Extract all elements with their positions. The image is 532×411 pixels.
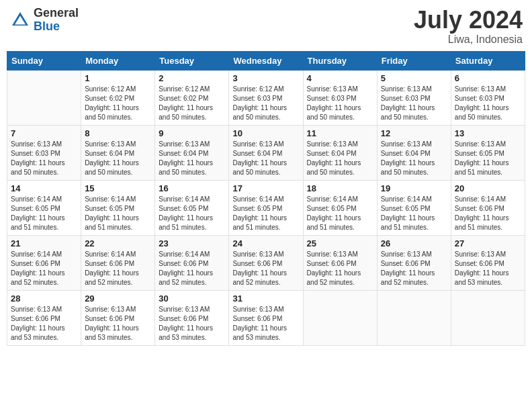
- calendar-week-row: 1Sunrise: 6:12 AMSunset: 6:02 PMDaylight…: [7, 70, 525, 125]
- calendar-cell: 2Sunrise: 6:12 AMSunset: 6:02 PMDaylight…: [155, 70, 229, 125]
- calendar-header-row: SundayMondayTuesdayWednesdayThursdayFrid…: [7, 51, 525, 70]
- calendar-cell: 10Sunrise: 6:13 AMSunset: 6:04 PMDayligh…: [229, 125, 303, 180]
- logo-general: General: [34, 7, 79, 20]
- logo: General Blue: [9, 7, 79, 34]
- calendar-cell: 16Sunrise: 6:14 AMSunset: 6:05 PMDayligh…: [155, 180, 229, 235]
- day-info: Sunrise: 6:14 AMSunset: 6:05 PMDaylight:…: [381, 195, 447, 232]
- calendar-table: SundayMondayTuesdayWednesdayThursdayFrid…: [7, 51, 525, 346]
- calendar-cell: 23Sunrise: 6:14 AMSunset: 6:06 PMDayligh…: [155, 235, 229, 290]
- day-number: 7: [11, 128, 77, 138]
- calendar-header-monday: Monday: [81, 51, 155, 70]
- day-number: 15: [85, 183, 151, 193]
- page-header: General Blue July 2024 Liwa, Indonesia: [7, 7, 525, 46]
- calendar-cell: [451, 290, 525, 345]
- calendar-cell: 4Sunrise: 6:13 AMSunset: 6:03 PMDaylight…: [303, 70, 377, 125]
- day-info: Sunrise: 6:12 AMSunset: 6:02 PMDaylight:…: [85, 85, 151, 122]
- day-number: 20: [455, 183, 521, 193]
- day-number: 3: [232, 73, 299, 83]
- day-number: 21: [11, 238, 77, 248]
- calendar-cell: 15Sunrise: 6:14 AMSunset: 6:05 PMDayligh…: [81, 180, 155, 235]
- day-number: 13: [455, 128, 521, 138]
- day-info: Sunrise: 6:14 AMSunset: 6:06 PMDaylight:…: [85, 250, 151, 287]
- day-info: Sunrise: 6:13 AMSunset: 6:06 PMDaylight:…: [232, 250, 299, 287]
- day-info: Sunrise: 6:14 AMSunset: 6:06 PMDaylight:…: [455, 195, 521, 232]
- calendar-header-saturday: Saturday: [451, 51, 525, 70]
- location-subtitle: Liwa, Indonesia: [414, 34, 523, 46]
- day-info: Sunrise: 6:12 AMSunset: 6:03 PMDaylight:…: [232, 85, 299, 122]
- calendar-cell: 13Sunrise: 6:13 AMSunset: 6:05 PMDayligh…: [451, 125, 525, 180]
- calendar-week-row: 14Sunrise: 6:14 AMSunset: 6:05 PMDayligh…: [7, 180, 525, 235]
- calendar-header-tuesday: Tuesday: [155, 51, 229, 70]
- day-info: Sunrise: 6:14 AMSunset: 6:05 PMDaylight:…: [307, 195, 373, 232]
- day-info: Sunrise: 6:13 AMSunset: 6:03 PMDaylight:…: [11, 140, 77, 177]
- day-number: 6: [455, 73, 521, 83]
- day-info: Sunrise: 6:14 AMSunset: 6:05 PMDaylight:…: [232, 195, 299, 232]
- day-info: Sunrise: 6:13 AMSunset: 6:04 PMDaylight:…: [232, 140, 299, 177]
- day-number: 5: [381, 73, 447, 83]
- day-info: Sunrise: 6:13 AMSunset: 6:04 PMDaylight:…: [85, 140, 151, 177]
- day-number: 23: [159, 238, 225, 248]
- day-info: Sunrise: 6:13 AMSunset: 6:03 PMDaylight:…: [381, 85, 447, 122]
- calendar-cell: 28Sunrise: 6:13 AMSunset: 6:06 PMDayligh…: [7, 290, 81, 345]
- calendar-cell: 21Sunrise: 6:14 AMSunset: 6:06 PMDayligh…: [7, 235, 81, 290]
- day-info: Sunrise: 6:14 AMSunset: 6:06 PMDaylight:…: [159, 250, 225, 287]
- day-number: 8: [85, 128, 151, 138]
- calendar-cell: 14Sunrise: 6:14 AMSunset: 6:05 PMDayligh…: [7, 180, 81, 235]
- calendar-cell: [7, 70, 81, 125]
- calendar-cell: 5Sunrise: 6:13 AMSunset: 6:03 PMDaylight…: [377, 70, 451, 125]
- calendar-header-sunday: Sunday: [7, 51, 81, 70]
- day-number: 30: [159, 293, 225, 304]
- calendar-cell: 17Sunrise: 6:14 AMSunset: 6:05 PMDayligh…: [229, 180, 303, 235]
- day-info: Sunrise: 6:14 AMSunset: 6:06 PMDaylight:…: [11, 250, 77, 287]
- day-number: 18: [307, 183, 373, 193]
- calendar-cell: 18Sunrise: 6:14 AMSunset: 6:05 PMDayligh…: [303, 180, 377, 235]
- month-year-title: July 2024: [414, 7, 523, 34]
- day-number: 25: [307, 238, 373, 248]
- day-info: Sunrise: 6:13 AMSunset: 6:03 PMDaylight:…: [307, 85, 373, 122]
- title-block: July 2024 Liwa, Indonesia: [414, 7, 523, 46]
- day-number: 29: [85, 293, 151, 304]
- calendar-week-row: 7Sunrise: 6:13 AMSunset: 6:03 PMDaylight…: [7, 125, 525, 180]
- calendar-cell: 24Sunrise: 6:13 AMSunset: 6:06 PMDayligh…: [229, 235, 303, 290]
- calendar-cell: 6Sunrise: 6:13 AMSunset: 6:03 PMDaylight…: [451, 70, 525, 125]
- calendar-cell: [303, 290, 377, 345]
- day-info: Sunrise: 6:14 AMSunset: 6:05 PMDaylight:…: [11, 195, 77, 232]
- day-info: Sunrise: 6:13 AMSunset: 6:03 PMDaylight:…: [455, 85, 521, 122]
- day-info: Sunrise: 6:13 AMSunset: 6:06 PMDaylight:…: [159, 305, 225, 342]
- day-number: 11: [307, 128, 373, 138]
- day-number: 12: [381, 128, 447, 138]
- calendar-cell: 25Sunrise: 6:13 AMSunset: 6:06 PMDayligh…: [303, 235, 377, 290]
- day-info: Sunrise: 6:13 AMSunset: 6:06 PMDaylight:…: [11, 305, 77, 342]
- day-info: Sunrise: 6:13 AMSunset: 6:06 PMDaylight:…: [307, 250, 373, 287]
- day-number: 16: [159, 183, 225, 193]
- day-number: 31: [232, 293, 299, 304]
- calendar-cell: 31Sunrise: 6:13 AMSunset: 6:06 PMDayligh…: [229, 290, 303, 345]
- calendar-cell: 26Sunrise: 6:13 AMSunset: 6:06 PMDayligh…: [377, 235, 451, 290]
- day-number: 27: [455, 238, 521, 248]
- calendar-cell: [377, 290, 451, 345]
- calendar-header-thursday: Thursday: [303, 51, 377, 70]
- calendar-cell: 8Sunrise: 6:13 AMSunset: 6:04 PMDaylight…: [81, 125, 155, 180]
- day-number: 14: [11, 183, 77, 193]
- day-number: 17: [232, 183, 299, 193]
- day-info: Sunrise: 6:14 AMSunset: 6:05 PMDaylight:…: [159, 195, 225, 232]
- day-number: 24: [232, 238, 299, 248]
- calendar-cell: 9Sunrise: 6:13 AMSunset: 6:04 PMDaylight…: [155, 125, 229, 180]
- day-info: Sunrise: 6:13 AMSunset: 6:06 PMDaylight:…: [381, 250, 447, 287]
- calendar-cell: 29Sunrise: 6:13 AMSunset: 6:06 PMDayligh…: [81, 290, 155, 345]
- calendar-cell: 19Sunrise: 6:14 AMSunset: 6:05 PMDayligh…: [377, 180, 451, 235]
- calendar-cell: 22Sunrise: 6:14 AMSunset: 6:06 PMDayligh…: [81, 235, 155, 290]
- day-info: Sunrise: 6:12 AMSunset: 6:02 PMDaylight:…: [159, 85, 225, 122]
- day-number: 19: [381, 183, 447, 193]
- logo-icon: [9, 9, 31, 31]
- calendar-header-wednesday: Wednesday: [229, 51, 303, 70]
- day-number: 22: [85, 238, 151, 248]
- day-number: 26: [381, 238, 447, 248]
- day-info: Sunrise: 6:13 AMSunset: 6:04 PMDaylight:…: [159, 140, 225, 177]
- day-number: 2: [159, 73, 225, 83]
- calendar-cell: 12Sunrise: 6:13 AMSunset: 6:04 PMDayligh…: [377, 125, 451, 180]
- day-number: 1: [85, 73, 151, 83]
- day-info: Sunrise: 6:13 AMSunset: 6:04 PMDaylight:…: [307, 140, 373, 177]
- day-info: Sunrise: 6:13 AMSunset: 6:06 PMDaylight:…: [85, 305, 151, 342]
- calendar-week-row: 28Sunrise: 6:13 AMSunset: 6:06 PMDayligh…: [7, 290, 525, 345]
